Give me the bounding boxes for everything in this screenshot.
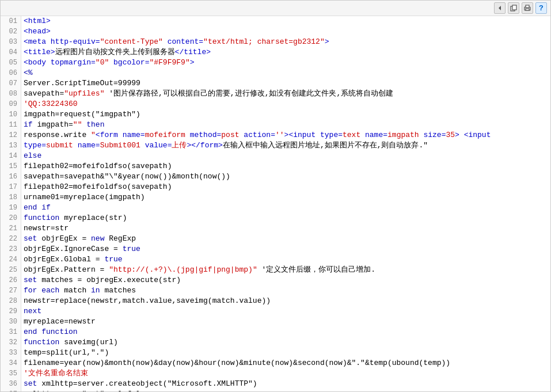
line-number: 27 [1, 286, 21, 296]
code-line: if imgpath="" then [21, 120, 550, 130]
help-button[interactable]: ? [535, 2, 547, 14]
code-token: end function [24, 327, 78, 337]
code-line: 'QQ:33224360 [21, 99, 550, 109]
code-token: name= [73, 140, 100, 151]
line-number: 30 [1, 317, 21, 327]
code-token: 远程图片自动按文件夹上传到服务器 [55, 47, 175, 58]
line-number: 29 [1, 306, 21, 317]
code-token: else [24, 151, 41, 161]
code-token: <body [24, 58, 46, 68]
code-token: filepath02=mofeifoldfso(savepath) [24, 182, 172, 192]
code-token: <html> [24, 16, 51, 26]
code-line: <meta http-equiv="content-Type" content=… [21, 37, 550, 47]
code-token: newstr=str [24, 223, 69, 234]
code-token: method= [185, 130, 221, 140]
line-number: 05 [1, 58, 21, 68]
code-line: filename=year(now)&month(now)&day(now)&h… [21, 358, 550, 368]
code-line: type=submit name=Submit001 value=上传></fo… [21, 140, 550, 151]
code-line: imgpath=request("imgpath") [21, 109, 550, 120]
code-token: then [86, 120, 104, 130]
code-token: Submit001 [100, 140, 140, 151]
code-token: 上传 [172, 140, 187, 151]
svg-marker-0 [499, 6, 501, 10]
code-token: <form [96, 130, 118, 140]
code-area: 0102030405060708091011121314151617181920… [1, 16, 550, 391]
line-number: 12 [1, 130, 21, 140]
code-token: name= [360, 130, 387, 140]
code-line: savepath=savepath&"\"&year(now())&month(… [21, 172, 550, 182]
line-number: 13 [1, 140, 21, 151]
code-token: size= [419, 130, 446, 140]
code-token: objrEgEx.Global = [24, 254, 104, 265]
code-token: objrEgEx = [37, 234, 91, 244]
editor-container: ? 01020304050607080910111213141516171819… [0, 0, 551, 392]
code-token: new [91, 234, 104, 244]
copy-button[interactable] [508, 2, 519, 14]
code-token: 35 [446, 130, 455, 140]
code-token: "upfiles" [64, 89, 104, 99]
code-token: http-equiv= [46, 37, 100, 47]
code-token: "http://(.+?)\.(jpg|gif|png|bmp)" [109, 265, 257, 275]
code-token: filepath02=mofeifoldfso(savepath) [24, 161, 172, 172]
line-number: 11 [1, 120, 21, 130]
line-number: 01 [1, 16, 21, 26]
code-token: imgpath [387, 130, 419, 140]
code-line: set matches = objregEx.execute(str) [21, 275, 550, 286]
toolbar: ? [1, 1, 550, 16]
code-token: content= [163, 37, 203, 47]
code-token: submit [46, 140, 73, 151]
code-line: <body topmargin="0" bgcolor="#F9F9F9"> [21, 58, 550, 68]
back-button[interactable] [494, 2, 506, 14]
code-token: "text/html; charset=gb2312" [203, 37, 325, 47]
svg-rect-5 [526, 9, 529, 10]
code-token: action= [240, 130, 275, 140]
line-number: 31 [1, 327, 21, 337]
code-token: newstr=replace(newstr,match.value,saveim… [24, 296, 271, 306]
code-token: xmlhttp=server.createobject("Microsoft.X… [37, 379, 257, 389]
code-token: Server.ScriptTimeOut=99999 [24, 78, 140, 89]
code-token: end if [24, 203, 51, 213]
code-token: 在输入框中输入远程图片地址,如果图片不存在,则自动放弃." [223, 140, 428, 151]
code-line: <title>远程图片自动按文件夹上传到服务器</title> [21, 47, 550, 58]
code-token: response.write [24, 130, 91, 140]
code-token: matches = objregEx.execute(str) [37, 275, 181, 286]
line-number: 28 [1, 296, 21, 306]
code-line: urname01=myreplace(imgpath) [21, 192, 550, 203]
code-token: name= [118, 130, 145, 140]
code-token: 'QQ:33224360 [24, 99, 78, 109]
line-number: 10 [1, 109, 21, 120]
line-number: 06 [1, 68, 21, 78]
code-line: next [21, 306, 550, 317]
code-token: type= [316, 130, 343, 140]
code-line: '文件名重命名结束 [21, 368, 550, 379]
code-line: objrEgEx.Pattern = "http://(.+?)\.(jpg|g… [21, 265, 550, 275]
line-number: 33 [1, 348, 21, 358]
line-number: 14 [1, 151, 21, 161]
code-token: bgcolor= [109, 58, 149, 68]
code-line: newstr=str [21, 223, 550, 234]
code-line: else [21, 151, 550, 161]
code-line: set xmlhttp=server.createobject("Microso… [21, 379, 550, 389]
line-number: 21 [1, 223, 21, 234]
code-line: function saveimg(url) [21, 337, 550, 348]
line-number: 09 [1, 99, 21, 109]
line-number: 19 [1, 203, 21, 213]
code-token: for each [24, 286, 59, 296]
code-content[interactable]: <html><head><meta http-equiv="content-Ty… [21, 16, 550, 391]
code-token: imgpath= [33, 120, 73, 130]
code-token: myreplace(str) [59, 213, 127, 223]
code-token: savepath= [24, 89, 64, 99]
code-token: text [343, 130, 360, 140]
code-line: objrEgEx.IgnoreCase = true [21, 244, 550, 254]
code-token: objrEgEx.Pattern = [24, 265, 109, 275]
code-token: post [221, 130, 239, 140]
line-number: 23 [1, 244, 21, 254]
code-line: response.write "<form name=mofeiform met… [21, 130, 550, 140]
code-token: filename=year(now)&month(now)&day(now)&h… [24, 358, 450, 368]
line-number: 24 [1, 254, 21, 265]
code-token: mofeiform [145, 130, 185, 140]
code-token: RegExp [104, 234, 136, 244]
line-number: 17 [1, 182, 21, 192]
print-button[interactable] [522, 2, 533, 14]
code-token: set [24, 234, 37, 244]
